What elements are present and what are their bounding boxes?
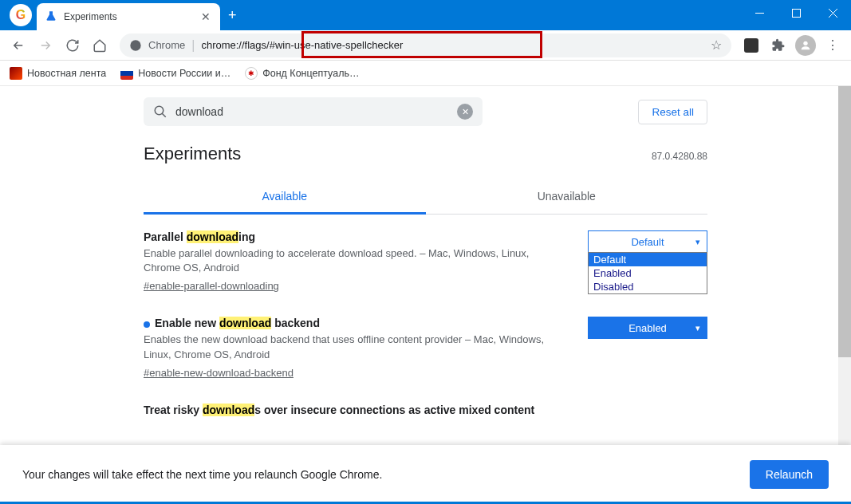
flag-hash-link[interactable]: #enable-new-download-backend (144, 367, 294, 379)
extensions-button[interactable] (766, 33, 790, 57)
minimize-button[interactable] (741, 0, 778, 26)
back-button[interactable] (6, 33, 30, 57)
page-title: Experiments (144, 144, 241, 164)
svg-point-2 (130, 40, 140, 50)
flag-title: Enable new download backend (144, 317, 564, 329)
chrome-icon (129, 39, 142, 52)
close-icon[interactable]: ✕ (199, 10, 212, 23)
omnibox-label: Chrome (148, 39, 185, 51)
menu-button[interactable]: ⋮ (821, 33, 845, 57)
bookmark-label: Новости России и… (138, 68, 230, 79)
svg-point-4 (155, 106, 164, 115)
select-option[interactable]: Enabled (589, 266, 707, 280)
flag-select[interactable]: DefaultDefaultEnabledDisabled (588, 230, 707, 293)
new-tab-button[interactable]: + (228, 7, 237, 24)
omnibox-url: chrome://flags/#win-use-native-spellchec… (201, 39, 704, 51)
tab-title: Experiments (64, 11, 199, 22)
select-dropdown: DefaultEnabledDisabled (588, 252, 707, 294)
flag-item: Treat risky downloads over insecure conn… (144, 404, 707, 419)
bookmark-item[interactable]: ✱Фонд Концептуаль… (245, 67, 359, 80)
flag-description: Enables the new download backend that us… (144, 333, 564, 361)
modified-dot-icon (144, 321, 150, 328)
bookmark-label: Фонд Концептуаль… (262, 68, 359, 79)
footer-bar: Your changes will take effect the next t… (0, 445, 851, 504)
scrollbar[interactable] (838, 86, 851, 445)
close-window-button[interactable] (814, 0, 851, 26)
profile-button[interactable] (794, 33, 818, 57)
maximize-button[interactable] (778, 0, 814, 26)
google-icon: G (10, 4, 32, 26)
favicon-icon (10, 67, 22, 80)
reload-button[interactable] (61, 33, 85, 57)
flag-hash-link[interactable]: #enable-parallel-downloading (144, 280, 279, 292)
tab-available[interactable]: Available (144, 180, 426, 215)
footer-message: Your changes will take effect the next t… (22, 468, 382, 481)
tab-unavailable[interactable]: Unavailable (426, 180, 708, 215)
bookmark-item[interactable]: Новости России и… (120, 67, 230, 80)
relaunch-button[interactable]: Relaunch (750, 460, 829, 489)
title-bar: G Experiments ✕ + (0, 0, 851, 30)
bookmarks-bar: Новостная лента Новости России и… ✱Фонд … (0, 61, 851, 86)
bookmark-star-icon[interactable]: ☆ (711, 37, 722, 53)
flag-title: Treat risky downloads over insecure conn… (144, 404, 707, 416)
forward-button[interactable] (33, 33, 57, 57)
bookmark-item[interactable]: Новостная лента (10, 67, 106, 80)
flag-select[interactable]: Enabled (588, 317, 707, 379)
content-area: ✕ Reset all Experiments 87.0.4280.88 Ava… (0, 86, 851, 445)
select-value[interactable]: Default (588, 230, 707, 253)
search-input[interactable] (175, 105, 449, 118)
flag-item: Parallel downloadingEnable parallel down… (144, 230, 707, 293)
toolbar: Chrome | chrome://flags/#win-use-native-… (0, 30, 851, 61)
flask-icon (45, 10, 57, 23)
search-box[interactable]: ✕ (144, 97, 483, 126)
select-option[interactable]: Disabled (589, 280, 707, 293)
svg-point-3 (803, 41, 807, 45)
flag-item: Enable new download backendEnables the n… (144, 317, 707, 379)
window-controls (741, 0, 851, 26)
search-icon (153, 104, 167, 119)
clear-search-icon[interactable]: ✕ (457, 104, 473, 120)
omnibox[interactable]: Chrome | chrome://flags/#win-use-native-… (120, 33, 731, 57)
flags-list: Parallel downloadingEnable parallel down… (0, 215, 851, 445)
browser-tab[interactable]: Experiments ✕ (37, 3, 220, 30)
select-value[interactable]: Enabled (588, 317, 707, 339)
favicon-icon (120, 67, 133, 80)
bookmark-label: Новостная лента (27, 68, 106, 79)
svg-rect-0 (755, 13, 764, 14)
version-text: 87.0.4280.88 (652, 151, 707, 162)
tabs: Available Unavailable (0, 180, 851, 215)
scroll-thumb[interactable] (838, 86, 851, 357)
select-option[interactable]: Default (589, 253, 707, 266)
extension-icon[interactable] (739, 33, 763, 57)
flag-description: Enable parallel downloading to accelerat… (144, 246, 564, 275)
home-button[interactable] (88, 33, 112, 57)
svg-rect-1 (792, 9, 800, 17)
flag-title: Parallel downloading (144, 230, 564, 243)
reset-all-button[interactable]: Reset all (638, 100, 707, 124)
